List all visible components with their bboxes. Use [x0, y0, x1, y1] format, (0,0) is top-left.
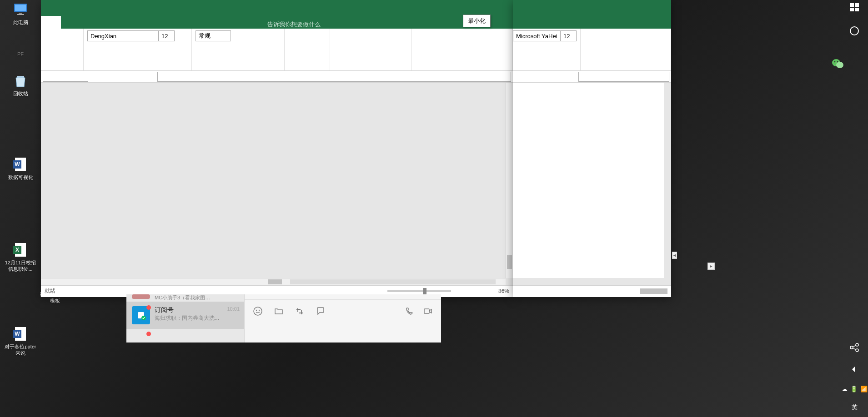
- desktop-icon-recycle-bin[interactable]: 回收站: [3, 73, 38, 97]
- hscroll-row: ◄: [513, 252, 671, 259]
- scroll-right-button[interactable]: ►: [707, 263, 715, 270]
- ribbon-group-alignment: [192, 29, 285, 70]
- wechat-chat-item[interactable]: [126, 329, 244, 338]
- windows-icon[interactable]: [849, 2, 860, 13]
- wechat-window: MC小助手3（看我家图… 订阅号 海归求职：国内券商大洗... 10:01: [126, 294, 441, 343]
- svg-rect-24: [424, 309, 429, 313]
- number-format-input[interactable]: [196, 30, 231, 41]
- worksheet-area[interactable]: [41, 83, 513, 285]
- desktop-icon-label: 数据可视化: [8, 174, 33, 180]
- share-icon[interactable]: [849, 342, 860, 353]
- svg-point-23: [259, 310, 260, 311]
- vscroll-thumb[interactable]: [507, 255, 512, 269]
- desktop-icon-excel-file[interactable]: X 12月11日校招信息职位...: [3, 242, 38, 273]
- battery-icon[interactable]: 🔋: [850, 386, 858, 392]
- video-icon[interactable]: [423, 306, 433, 316]
- desktop-icon-label: 回收站: [13, 90, 28, 97]
- word-icon: W: [12, 326, 29, 342]
- name-box[interactable]: [43, 72, 88, 82]
- ribbon-group-font: [513, 29, 581, 70]
- word-icon: W: [12, 157, 29, 172]
- zoom-slider[interactable]: [387, 290, 451, 292]
- avatar: [132, 294, 150, 299]
- formula-bar-row: [513, 71, 671, 83]
- right-charm-bar: ☁ 🔋 📶 英: [841, 0, 868, 417]
- chat-history-icon[interactable]: [316, 306, 326, 316]
- unread-badge: [146, 305, 151, 310]
- worksheet-area[interactable]: ◄: [513, 83, 671, 285]
- unread-badge: [146, 332, 151, 336]
- svg-line-34: [853, 348, 856, 350]
- ribbon: [513, 29, 671, 71]
- ribbon: [41, 29, 513, 71]
- desktop-icon-pf[interactable]: PF: [3, 34, 38, 57]
- font-name-input[interactable]: [87, 30, 158, 41]
- zoom-slider-thumb[interactable]: [423, 288, 426, 294]
- svg-point-31: [856, 343, 858, 346]
- chat-preview: 海归求职：国内券商大洗...: [155, 314, 239, 322]
- excel-window-1: 告诉我你想要做什么 最小化: [41, 0, 513, 297]
- ribbon-group-number: [285, 29, 330, 70]
- tell-me-search[interactable]: 告诉我你想要做什么: [267, 20, 321, 29]
- svg-rect-27: [850, 8, 854, 11]
- excel-titlebar[interactable]: [41, 0, 513, 14]
- hscroll-thumb[interactable]: [268, 279, 282, 284]
- ribbon-group-font: [84, 29, 192, 70]
- excel-window-2: ◄: [513, 0, 671, 297]
- chat-name: 订阅号: [155, 306, 239, 314]
- desktop-icon-word-doc[interactable]: W 数据可视化: [3, 157, 38, 180]
- hscroll-track-segment: [290, 279, 496, 284]
- emoji-icon[interactable]: [253, 306, 263, 316]
- font-size-input[interactable]: [158, 30, 175, 41]
- file-icon: [12, 34, 29, 49]
- folder-icon[interactable]: [274, 306, 284, 316]
- ime-indicator[interactable]: 英: [852, 403, 858, 412]
- formula-bar[interactable]: [578, 72, 669, 82]
- excel-titlebar[interactable]: [513, 0, 671, 14]
- svg-rect-2: [19, 13, 22, 14]
- desktop-icon-label: 此电脑: [13, 19, 28, 25]
- vertical-scrollbar[interactable]: [506, 83, 513, 278]
- font-size-input[interactable]: [560, 30, 577, 41]
- svg-line-33: [853, 345, 856, 347]
- tray-icons: ☁ 🔋 📶: [842, 386, 868, 392]
- ribbon-tab-active[interactable]: [41, 16, 61, 29]
- desktop-icon-word-doc2[interactable]: W 对于各位ppter来说: [3, 326, 38, 357]
- ribbon-group-other: [581, 29, 671, 70]
- wechat-chat-main: [245, 294, 441, 343]
- sheet-canvas[interactable]: [41, 83, 506, 278]
- zoom-percentage[interactable]: 86%: [491, 288, 509, 294]
- sheet-canvas[interactable]: [513, 83, 664, 278]
- chat-name: MC小助手3（看我家图…: [155, 294, 239, 301]
- minimize-tooltip: 最小化: [463, 15, 491, 27]
- cortana-icon[interactable]: [849, 25, 860, 36]
- formula-bar-row: [41, 71, 513, 83]
- phone-icon[interactable]: [405, 306, 415, 316]
- status-ready: 就绪: [45, 287, 384, 295]
- formula-bar[interactable]: [157, 72, 511, 82]
- svg-point-21: [254, 307, 262, 315]
- font-name-input[interactable]: [513, 30, 560, 41]
- wechat-chat-item-selected[interactable]: 订阅号 海归求职：国内券商大洗... 10:01: [126, 302, 244, 329]
- screenshot-icon[interactable]: [295, 306, 305, 316]
- wechat-chat-list: MC小助手3（看我家图… 订阅号 海归求职：国内券商大洗... 10:01: [126, 294, 245, 343]
- recycle-bin-icon: [12, 73, 29, 89]
- cloud-icon[interactable]: ☁: [842, 386, 848, 392]
- scroll-left-button[interactable]: ◄: [672, 252, 677, 259]
- svg-rect-25: [850, 3, 854, 7]
- ribbon-tabs: [513, 14, 671, 29]
- hscroll-thumb[interactable]: [640, 288, 667, 294]
- wechat-input-toolbar: [245, 300, 441, 323]
- chat-time: 10:01: [227, 306, 240, 312]
- taskview-icon[interactable]: [849, 50, 860, 61]
- svg-rect-4: [17, 76, 24, 78]
- back-icon[interactable]: [849, 364, 860, 375]
- desktop-icon-this-pc[interactable]: 此电脑: [3, 2, 38, 25]
- horizontal-scrollbar[interactable]: [41, 278, 506, 285]
- svg-point-29: [850, 27, 858, 35]
- ribbon-tabs: 告诉我你想要做什么 最小化: [41, 14, 513, 29]
- wifi-icon[interactable]: 📶: [860, 386, 868, 392]
- svg-rect-3: [17, 14, 24, 15]
- wechat-chat-item[interactable]: MC小助手3（看我家图…: [126, 294, 244, 302]
- excel-icon: X: [12, 242, 29, 258]
